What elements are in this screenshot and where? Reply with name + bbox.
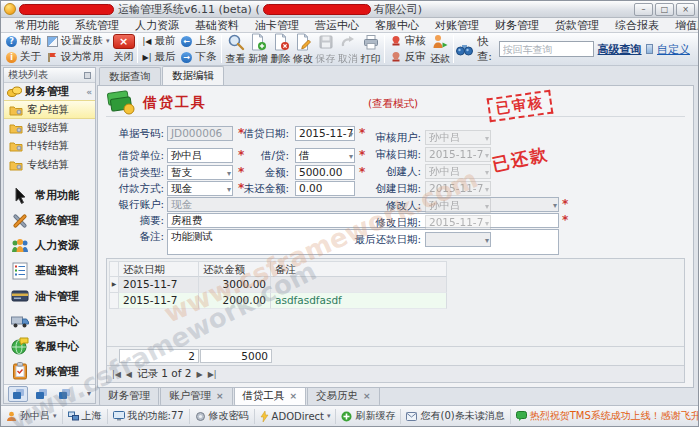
sidebar-module-fuelcard[interactable]: 油卡管理 [4, 283, 95, 308]
close-window-button[interactable]: × [676, 3, 695, 16]
sidebar-view-button-1[interactable] [8, 386, 28, 402]
menu-common[interactable]: 常用功能 [7, 18, 67, 33]
menu-payment[interactable]: 货款管理 [547, 18, 607, 33]
menu-service[interactable]: 客服中心 [367, 18, 427, 33]
print-button[interactable]: 打印 [359, 33, 381, 65]
save-button: 保存 [314, 33, 336, 65]
create-date-field: 2015-11-7 [425, 181, 491, 196]
modifier-field: 孙中吕 [425, 198, 491, 213]
sidebar-module-system[interactable]: 系统管理 [4, 208, 95, 233]
window-title-suffix: 有限公司) [374, 2, 422, 17]
status-user[interactable]: 孙中吕▾ [1, 409, 63, 424]
menu-valueadd[interactable]: 增值服务 [667, 18, 699, 33]
delete-button[interactable]: 删除 [269, 33, 291, 65]
sidebar-module-hr[interactable]: 人力资源 [4, 233, 95, 258]
app-orb-icon[interactable] [4, 3, 16, 15]
sidebar-strip-more-icon[interactable]: ▾ [87, 389, 91, 398]
maximize-button[interactable]: □ [655, 3, 674, 16]
modify-button[interactable]: 修改 [292, 33, 314, 65]
first-record-button[interactable]: |◀ 最前 [140, 34, 179, 48]
sidebar-item-customer-settle[interactable]: 客户结算 [4, 100, 95, 118]
table-row[interactable]: ▶ 2015-11-7 3000.00 [109, 277, 684, 293]
nav-next-icon[interactable]: ▶ [197, 370, 203, 379]
stamp-icon [390, 35, 402, 47]
sidebar-module-common[interactable]: 常用功能 [4, 183, 95, 208]
sidebar-group-finance[interactable]: 财务管理 « [4, 83, 95, 100]
col-note[interactable]: 备注 [271, 261, 447, 277]
menu-fuelcard[interactable]: 油卡管理 [247, 18, 307, 33]
sidebar-view-button-2[interactable] [31, 386, 51, 402]
prev-record-button[interactable]: ← 上条 [178, 34, 219, 48]
next-icon: → [181, 52, 192, 63]
data-tabs: 数据查询 数据编辑 [99, 68, 224, 85]
status-change-password[interactable]: 修改密码 [190, 409, 255, 424]
favorite-button[interactable]: 设为常用 [44, 50, 113, 64]
sidebar-module-basedata[interactable]: 基础资料 [4, 258, 95, 283]
close-tab-icon[interactable]: × [363, 391, 371, 401]
nav-first-icon[interactable]: |◀ [112, 370, 121, 379]
truck-icon [10, 311, 30, 331]
view-button[interactable]: 查看 [224, 33, 246, 65]
minimize-button[interactable]: – [634, 3, 653, 16]
doc-no-label: 单据号码: [106, 126, 164, 141]
skin-button[interactable]: 设置皮肤▾ [44, 34, 113, 48]
sidebar-item-transfer-settle[interactable]: 中转结算 [4, 137, 95, 155]
about-icon: i [6, 52, 17, 63]
sidebar-module-service[interactable]: 客服中心 [4, 334, 95, 359]
row-marker-icon: ▶ [109, 277, 119, 293]
status-my-functions[interactable]: 我的功能:77 [108, 409, 190, 424]
nav-last-icon[interactable]: ▶| [208, 370, 217, 379]
pin-icon[interactable] [84, 72, 91, 79]
help-button[interactable]: ? 帮助 [3, 34, 44, 48]
sidebar-module-operation[interactable]: 营运中心 [4, 309, 95, 334]
quick-search-area: 快查: 高级查询 自定义 [456, 34, 696, 64]
stamp-back-icon [390, 51, 402, 63]
menu-operation[interactable]: 营运中心 [307, 18, 367, 33]
col-repay-date[interactable]: 还款日期 [119, 261, 199, 277]
doc-tab-finance[interactable]: 财务管理 [99, 388, 159, 406]
menu-hr[interactable]: 人力资源 [127, 18, 187, 33]
quick-search-input[interactable] [499, 41, 594, 57]
first-icon: |◀ [143, 37, 152, 46]
menu-basedata[interactable]: 基础资料 [187, 18, 247, 33]
tools-icon [10, 211, 30, 231]
status-messages[interactable]: 您有(0)条未读消息 [401, 409, 510, 424]
menu-reconcile[interactable]: 对账管理 [427, 18, 487, 33]
doc-tab-loan-tool[interactable]: 借贷工具× [234, 388, 307, 406]
refresh-plus-icon [341, 411, 352, 422]
customize-link[interactable]: 自定义 [657, 42, 690, 57]
doc-tab-account[interactable]: 账户管理× [160, 388, 233, 406]
menu-reports[interactable]: 综合报表 [607, 18, 667, 33]
redaction-blob [263, 4, 371, 15]
status-site[interactable]: 上海 [63, 409, 108, 424]
close-tab-icon[interactable]: × [290, 391, 298, 401]
repay-button[interactable]: 还款 [429, 33, 451, 65]
gear-icon [195, 411, 206, 422]
unaudit-button[interactable]: 反审 [387, 50, 429, 64]
status-refresh-cache[interactable]: 刷新缓存 [336, 409, 401, 424]
table-row[interactable]: 2015-11-7 2000.00 asdfasdfasdf [109, 293, 684, 309]
tab-data-query[interactable]: 数据查询 [99, 67, 161, 85]
audit-button[interactable]: 审核 [387, 34, 429, 48]
magnifier-icon [227, 33, 245, 51]
col-repay-amount[interactable]: 还款金额 [199, 261, 271, 277]
advanced-search-link[interactable]: 高级查询 [598, 42, 642, 57]
collapse-icon[interactable]: « [86, 87, 92, 97]
close-tab-icon[interactable]: × [216, 391, 224, 401]
doc-tab-history[interactable]: 交易历史× [307, 388, 380, 406]
sidebar-item-dedicated-settle[interactable]: 专线结算 [4, 155, 95, 173]
tab-data-edit[interactable]: 数据编辑 [162, 66, 224, 85]
close-record-button[interactable]: × 关闭 [113, 34, 135, 64]
about-button[interactable]: i 关于 [3, 50, 44, 64]
sidebar-module-reconcile[interactable]: 对账管理 [4, 359, 95, 384]
last-record-button[interactable]: ▶| 最后 [140, 50, 179, 64]
grid-header-row: 还款日期 还款金额 备注 [109, 261, 684, 277]
nav-prev-icon[interactable]: ◀ [126, 370, 132, 379]
menu-system[interactable]: 系统管理 [67, 18, 127, 33]
sidebar-item-shortbarge-settle[interactable]: 短驳结算 [4, 119, 95, 137]
sidebar-view-button-3[interactable] [54, 386, 74, 402]
status-ado[interactable]: ADODirect▾ [255, 409, 337, 424]
menu-finance[interactable]: 财务管理 [487, 18, 547, 33]
next-record-button[interactable]: → 下条 [178, 50, 219, 64]
add-button[interactable]: 新增 [247, 33, 269, 65]
